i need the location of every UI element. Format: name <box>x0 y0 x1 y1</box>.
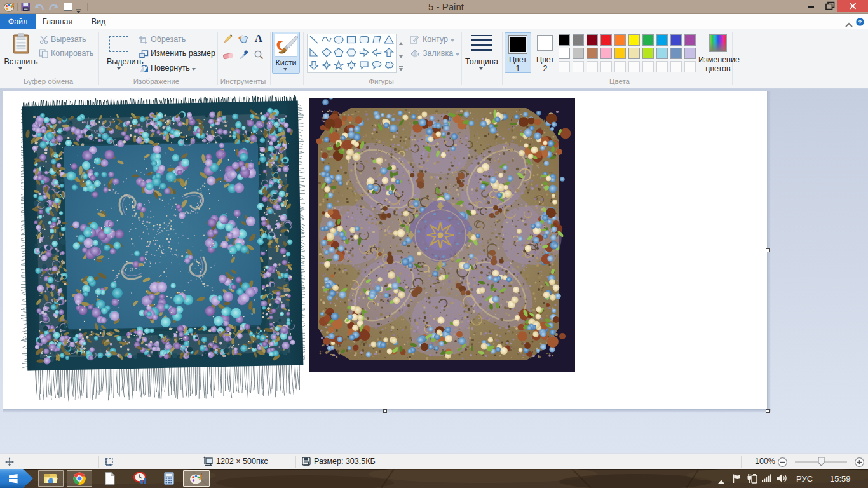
svg-text:?: ? <box>858 18 862 25</box>
